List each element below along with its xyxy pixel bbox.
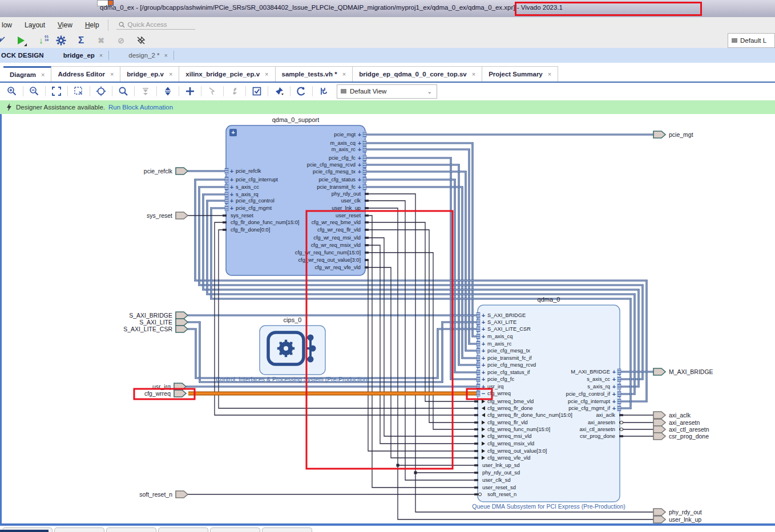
plus-icon: + <box>482 333 485 340</box>
port-soft_reset_n: soft_reset_n <box>487 492 516 497</box>
close-icon[interactable]: × <box>41 71 45 78</box>
external-port-label-pcie_mgt: pcie_mgt <box>669 131 693 138</box>
external-port-cfg_wrreq[interactable] <box>174 390 186 397</box>
pin-icon[interactable] <box>272 84 286 98</box>
menu-layout[interactable]: Layout <box>18 19 51 31</box>
find-icon[interactable] <box>116 84 131 98</box>
close-icon[interactable]: × <box>110 71 114 78</box>
external-port-label-axi_ctl_aresetn: axi_ctl_aresetn <box>669 426 709 433</box>
autofit-selection-icon[interactable] <box>94 84 108 98</box>
bottom-tab[interactable] <box>158 527 208 532</box>
tab-sample-tests-vh[interactable]: sample_tests.vh *× <box>276 66 353 82</box>
wire-user_reset[interactable] <box>365 216 478 488</box>
tab-core-top-sv[interactable]: bridge_ep_qdma_0_0_core_top.sv× <box>353 66 482 82</box>
bottom-tab[interactable] <box>210 527 260 532</box>
iface-stub <box>477 369 480 375</box>
cut-toolbar-icon[interactable] <box>0 35 7 46</box>
run-block-automation-link[interactable]: Run Block Automation <box>108 104 173 111</box>
tab-project-summary[interactable]: Project Summary× <box>482 66 558 82</box>
close-icon[interactable]: × <box>169 71 172 78</box>
wire-cfg_wr_req_bme_vld[interactable] <box>365 222 478 401</box>
external-port-label-axi_aresetn: axi_aresetn <box>669 419 700 426</box>
external-port-axi_aclk[interactable] <box>653 412 665 419</box>
iface-stub <box>477 376 480 382</box>
external-port-user_lnk_up[interactable] <box>653 516 665 523</box>
wire-pcie_cfg_fc[interactable] <box>365 158 478 379</box>
external-port-sys_reset[interactable] <box>176 212 188 219</box>
view-selector-dropdown[interactable]: Default View ⌄ <box>337 84 437 99</box>
add-ip-icon[interactable] <box>183 84 197 98</box>
wire-cfg_wr_req_func_num[interactable] <box>365 253 478 429</box>
port-pcie_cfg_mgmt_if: pcie_cfg_mgmt_if <box>568 405 610 411</box>
bottom-tab[interactable] <box>54 527 104 532</box>
report-sigma-button[interactable]: Σ <box>75 35 87 46</box>
external-port-csr_prog_done[interactable] <box>653 433 665 440</box>
iface-stub <box>477 326 480 332</box>
close-icon[interactable]: × <box>164 52 168 59</box>
pin-stub <box>619 414 623 416</box>
main-toolbar: ↓0110 Σ ✖ ⊘ <box>0 33 775 48</box>
plus-icon: + <box>612 368 616 375</box>
block-title-cips_0: cips_0 <box>284 316 302 323</box>
external-port-pcie_mgt[interactable] <box>653 131 665 138</box>
plus-icon: + <box>482 376 485 383</box>
wire-cfg_wr_req_msix_vld[interactable] <box>365 245 478 444</box>
external-port-axi_ctl_aresetn[interactable] <box>653 426 665 433</box>
quick-access-search[interactable]: Quick Access <box>116 20 195 30</box>
external-port-S_AXI_LITE_CSR[interactable] <box>176 326 188 332</box>
external-port-phy_rdy_out[interactable] <box>653 509 665 515</box>
close-icon[interactable]: × <box>548 71 551 78</box>
gear-tooth <box>277 347 280 350</box>
regenerate-layout-icon[interactable] <box>294 84 309 98</box>
zoom-out-icon[interactable] <box>27 84 42 98</box>
external-port-S_AXI_BRIDGE[interactable] <box>176 312 188 319</box>
tab-address-editor[interactable]: Address Editor× <box>51 66 120 82</box>
bottom-tab[interactable] <box>262 527 312 532</box>
external-port-soft_reset_n[interactable] <box>176 491 188 498</box>
wire-pcie_cfg_mesg_rcvd[interactable] <box>365 165 478 365</box>
close-icon[interactable]: × <box>472 71 475 78</box>
wire-pcie_transmit_fc[interactable] <box>365 187 478 358</box>
run-button[interactable] <box>15 35 27 46</box>
zoom-fit-icon[interactable] <box>49 84 64 98</box>
tab-xilinx-bridge-pcie-ep-v[interactable]: xilinx_bridge_pcie_ep.v× <box>179 66 275 82</box>
external-port-S_AXI_LITE[interactable] <box>176 319 188 326</box>
unpin-icon[interactable] <box>135 35 147 46</box>
expand-hierarchy-icon[interactable] <box>160 84 175 98</box>
bd-tab-bridge-ep[interactable]: bridge_ep × <box>63 52 103 59</box>
tab-diagram[interactable]: Diagram× <box>3 66 51 82</box>
bottom-panel-tabs[interactable] <box>2 527 312 532</box>
interface-connections-icon[interactable] <box>316 84 331 98</box>
settings-gear-icon[interactable] <box>55 35 67 46</box>
wire-pcie_cfg_status[interactable] <box>365 180 478 372</box>
bd-tab-design-2[interactable]: design_2 * × <box>128 52 168 59</box>
wire-S_AXI_LITE[interactable] <box>188 322 478 382</box>
menu-view[interactable]: View <box>51 19 79 31</box>
zoom-in-icon[interactable] <box>5 84 19 98</box>
external-port-axi_aresetn[interactable] <box>653 419 665 426</box>
pin-stub <box>365 200 369 202</box>
external-port-M_AXI_BRIDGE[interactable] <box>653 368 665 375</box>
pin-stub <box>365 214 369 217</box>
plus-icon: + <box>612 383 616 390</box>
wire-core-pcie_transmit_fc <box>365 187 478 358</box>
validate-design-icon[interactable] <box>249 84 264 98</box>
layout-selector-button[interactable]: Default L <box>728 33 775 48</box>
select-area-icon[interactable] <box>71 84 86 98</box>
close-icon[interactable]: × <box>265 71 268 78</box>
block-title-qdma_0_support: qdma_0_support <box>272 116 320 123</box>
tab-bridge-ep-v[interactable]: bridge_ep.v× <box>120 66 179 82</box>
external-port-pcie_refclk[interactable] <box>176 168 188 174</box>
menu-flow[interactable]: low <box>0 19 18 31</box>
window-titlebar[interactable]: qdma_0_ex - [/group/bcapps/ashwinim/PCie… <box>0 0 775 18</box>
wire-S_AXI_LITE_CSR[interactable] <box>188 329 478 378</box>
step-button[interactable]: ↓0110 <box>35 35 47 46</box>
wire-pcie_cfg_mesg_tx[interactable] <box>365 172 478 351</box>
close-icon[interactable]: × <box>99 52 103 59</box>
menu-help[interactable]: Help <box>79 19 106 31</box>
block-diagram-canvas[interactable]: qdma_0_support++pcie_refclk+pcie_cfg_int… <box>0 114 775 526</box>
annotation-red-box-title <box>515 2 702 16</box>
bottom-tab[interactable] <box>106 527 156 532</box>
close-icon[interactable]: × <box>342 71 346 78</box>
wire-user_clk[interactable] <box>365 201 478 480</box>
